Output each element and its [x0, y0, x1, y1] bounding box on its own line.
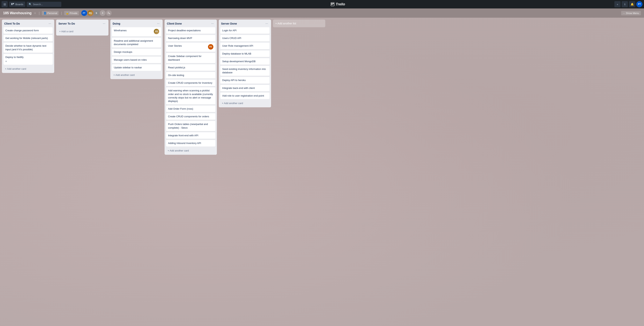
card[interactable]: Design mockups	[112, 49, 161, 55]
boards-button[interactable]: Boards	[9, 1, 25, 7]
board-title[interactable]: 185 Warehousing	[3, 11, 32, 15]
card[interactable]: Readme and additional assignment documen…	[112, 38, 161, 48]
list-menu-server-done[interactable]: ···	[265, 21, 269, 26]
card[interactable]: Deploy database to MLAB	[220, 50, 270, 57]
member-avatar-ft[interactable]: FT	[81, 10, 87, 16]
add-card-button-server-done[interactable]: + Add another card	[220, 101, 270, 106]
card[interactable]: Manage users based on roles	[112, 57, 161, 63]
card[interactable]: Push Orders tables (new/partial and comp…	[166, 121, 215, 131]
add-card-button-doing[interactable]: + Add another card	[112, 72, 161, 78]
search-bar[interactable]: 🔍 Search...	[27, 2, 61, 7]
search-icon: 🔍	[29, 3, 32, 6]
card[interactable]: Deploy API to heroku	[220, 77, 270, 84]
nav-center: Trello	[63, 2, 613, 6]
card[interactable]: Integrate back-end with client	[220, 85, 270, 91]
card[interactable]: RSWireframes	[112, 27, 161, 36]
card[interactable]: Project deadline expectations	[166, 27, 215, 34]
notifications-button[interactable]: 🔔	[629, 1, 635, 7]
card-text: Decide whether to have dynamic text inpu…	[6, 44, 46, 51]
member-avatar-rs[interactable]: RS	[88, 10, 93, 16]
card-text: Setup development MongoDB	[222, 60, 256, 63]
card[interactable]: Create change password form	[4, 27, 53, 34]
card[interactable]: Login for API	[220, 27, 270, 34]
card[interactable]: On-site testing	[166, 72, 215, 79]
list-menu-client-done[interactable]: ···	[210, 21, 214, 26]
add-button[interactable]: +	[614, 1, 620, 7]
card[interactable]: React picklist.js	[166, 64, 215, 71]
trello-logo-text: Trello	[336, 2, 345, 6]
card[interactable]: Create Sidebar component for dashboard	[166, 53, 215, 63]
list-header-client-todo: Client To Do···	[2, 19, 54, 27]
list-server-todo: Server To Do···+ Add a card	[56, 19, 108, 35]
card-text: Narrowing down MVP	[168, 37, 192, 39]
list-menu-doing[interactable]: ···	[156, 21, 160, 26]
list-footer-doing: + Add another card	[110, 71, 163, 79]
card[interactable]: Add Order Form (ross)	[166, 106, 215, 112]
add-list-button[interactable]: + Add another list	[273, 19, 325, 27]
star-icon[interactable]: ☆	[34, 11, 36, 14]
menu-icon: ···	[623, 12, 625, 14]
member-count[interactable]: 4	[100, 10, 106, 16]
member-avatar-s[interactable]: S	[94, 10, 100, 16]
show-menu-button[interactable]: ··· Show Menu	[621, 11, 641, 15]
add-member-button[interactable]	[106, 10, 112, 16]
info-button[interactable]: ℹ	[622, 1, 628, 7]
boards-label: Boards	[16, 3, 23, 6]
svg-rect-4	[333, 3, 334, 4]
list-cards-client-todo: Create change password formGet working f…	[2, 27, 54, 65]
add-card-button-client-todo[interactable]: + Add another card	[4, 66, 53, 71]
card[interactable]: Add role to user registration end-point	[220, 93, 270, 99]
list-menu-client-todo[interactable]: ···	[48, 21, 52, 26]
card-text: Add Order Form (ross)	[168, 107, 193, 110]
card[interactable]: Adding Inbound Inventory API	[166, 140, 215, 147]
card[interactable]: Decide whether to have dynamic text inpu…	[4, 43, 53, 53]
svg-rect-0	[11, 3, 12, 5]
card-text: Create change password form	[6, 29, 39, 32]
list-menu-server-todo[interactable]: ···	[102, 21, 106, 26]
lock-icon: 🔒	[66, 12, 69, 14]
card-avatar: RS	[154, 29, 159, 34]
card[interactable]: Deploy to Netlify≡	[4, 54, 53, 65]
privacy-badge[interactable]: 🔒 Private	[64, 11, 79, 15]
svg-rect-3	[332, 3, 332, 5]
card-text: Push Orders tables (new/partial and comp…	[168, 123, 208, 129]
card[interactable]: Integrate front-end with API	[166, 132, 215, 139]
user-avatar[interactable]: FT	[636, 1, 642, 7]
card[interactable]: RSUser Stories	[166, 43, 215, 52]
list-server-done: Server Done···Login for APIUsers CRUD AP…	[219, 19, 271, 107]
list-header-doing: Doing···	[110, 19, 163, 27]
card[interactable]: Setup development MongoDB	[220, 58, 270, 65]
card[interactable]: Create CRUD components for orders	[166, 113, 215, 120]
list-title-client-done: Client Done	[167, 22, 182, 25]
card[interactable]: Add warning when scanning a picklist ord…	[166, 87, 215, 104]
add-card-button-server-todo[interactable]: + Add a card	[58, 29, 107, 34]
card-text: Deploy to Netlify	[6, 56, 24, 59]
list-footer-server-done: + Add another card	[219, 99, 271, 107]
home-button[interactable]: ⊞	[2, 1, 8, 7]
list-cards-client-done: Project deadline expectationsNarrowing d…	[164, 27, 217, 147]
list-title-client-todo: Client To Do	[4, 22, 20, 25]
privacy-label: Private	[70, 12, 77, 14]
card-text: On-site testing	[168, 74, 184, 77]
card[interactable]: Users CRUD API	[220, 35, 270, 41]
card-text: Project deadline expectations	[168, 29, 201, 32]
add-member-icon	[108, 12, 110, 14]
list-footer-client-done: + Add another card	[164, 147, 217, 155]
board-header: 185 Warehousing ☆ | 👤 Personal | 🔒 Priva…	[0, 8, 644, 18]
list-client-done: Client Done···Project deadline expectati…	[164, 19, 217, 155]
visibility-badge[interactable]: 👤 Personal	[42, 11, 59, 15]
card[interactable]: Get working for Mobile (relevant parts)	[4, 35, 53, 41]
card-text: Readme and additional assignment documen…	[114, 39, 153, 46]
board-content: Client To Do···Create change password fo…	[0, 18, 644, 326]
svg-point-5	[108, 12, 109, 13]
card[interactable]: Narrowing down MVP	[166, 35, 215, 41]
card[interactable]: Update sidebar to navbar✏	[112, 64, 161, 71]
card[interactable]: Create CRUD components for Inventory	[166, 80, 215, 86]
card[interactable]: Seed existing inventory information into…	[220, 66, 270, 76]
card[interactable]: User Role management API	[220, 43, 270, 49]
card-text: User Stories	[168, 44, 182, 47]
add-card-button-client-done[interactable]: + Add another card	[166, 148, 215, 153]
list-title-server-done: Server Done	[221, 22, 237, 25]
list-footer-server-todo: + Add a card	[56, 27, 108, 35]
boards-icon	[11, 3, 14, 6]
